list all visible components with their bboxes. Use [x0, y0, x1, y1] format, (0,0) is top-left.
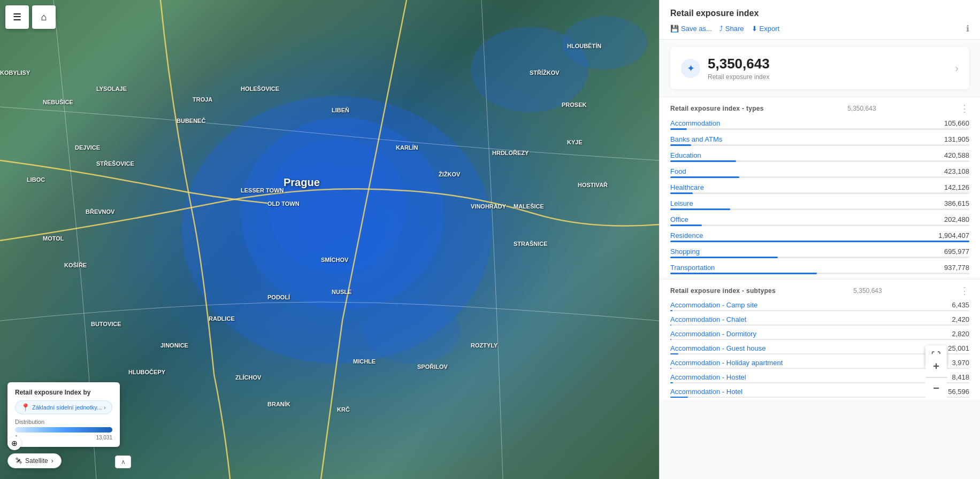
- type-value: 131,905: [944, 135, 969, 143]
- type-name: Leisure: [670, 199, 693, 207]
- subtype-bar: [670, 310, 672, 311]
- share-label: Share: [725, 25, 744, 33]
- type-value: 420,588: [944, 151, 969, 159]
- subtype-name: Accommodation - Hotel: [670, 388, 742, 396]
- type-bar: [670, 225, 702, 226]
- type-bar-bg: [670, 128, 969, 130]
- subtype-name: Accommodation - Guest house: [670, 344, 765, 352]
- type-bar-bg: [670, 176, 969, 178]
- save-icon: 💾: [670, 25, 679, 33]
- subtype-bar: [670, 382, 673, 383]
- metric-label: Retail exposure index: [708, 73, 770, 81]
- type-bar: [670, 144, 691, 146]
- subtype-item[interactable]: Accommodation - Chalet 2,420: [660, 313, 980, 328]
- subtype-bar-bg: [670, 382, 969, 383]
- type-item[interactable]: Banks and ATMs 131,905: [660, 133, 980, 149]
- type-bar: [670, 257, 778, 258]
- type-item[interactable]: Education 420,588: [660, 149, 980, 165]
- subtype-item[interactable]: Accommodation - Camp site 6,435: [660, 299, 980, 313]
- types-section: Retail exposure index - types 5,350,643 …: [660, 97, 980, 277]
- location-label: Základní sídelní jednotky...: [32, 404, 102, 411]
- share-button[interactable]: ⤴ Share: [719, 25, 744, 33]
- location-selector[interactable]: 📍 Základní sídelní jednotky... ›: [15, 400, 112, 414]
- type-name: Healthcare: [670, 183, 704, 191]
- satellite-button[interactable]: 🛰 Satellite ›: [7, 453, 62, 468]
- subtype-bar: [670, 353, 678, 354]
- zoom-out-button[interactable]: −: [925, 377, 947, 399]
- type-item[interactable]: Accommodation 105,660: [660, 117, 980, 133]
- subtypes-section-count: 5,350,643: [853, 287, 882, 295]
- legend-title: Retail exposure Index by: [15, 389, 112, 396]
- layer-selector: ⊕ 🛰 Satellite ›: [7, 436, 62, 468]
- subtype-bar-bg: [670, 325, 969, 326]
- satellite-icon: 🛰: [16, 457, 22, 465]
- type-bar-bg: [670, 273, 969, 274]
- subtype-bar-bg: [670, 310, 969, 311]
- metric-value: 5,350,643: [708, 56, 770, 72]
- subtype-value: 8,418: [952, 373, 969, 381]
- type-value: 695,977: [944, 248, 969, 256]
- export-button[interactable]: ⬇ Export: [752, 25, 780, 33]
- home-button[interactable]: ⌂: [32, 5, 56, 29]
- type-bar: [670, 273, 817, 274]
- type-item[interactable]: Office 202,480: [660, 213, 980, 229]
- subtype-name: Accommodation - Hostel: [670, 373, 746, 381]
- panel-title: Retail exposure index: [670, 9, 969, 18]
- subtype-bar-bg: [670, 397, 969, 398]
- subtype-bar-bg: [670, 353, 969, 354]
- subtype-name: Accommodation - Camp site: [670, 301, 757, 309]
- type-name: Banks and ATMs: [670, 135, 722, 143]
- subtype-value: 56,596: [948, 388, 969, 396]
- type-name: Accommodation: [670, 119, 720, 127]
- type-bar: [670, 208, 730, 210]
- type-bar: [670, 176, 739, 178]
- type-value: 386,615: [944, 199, 969, 207]
- subtype-bar: [670, 339, 671, 340]
- type-name: Residence: [670, 231, 703, 240]
- layer-stack-icon[interactable]: ⊕: [7, 436, 21, 450]
- info-button[interactable]: ℹ: [966, 24, 969, 34]
- type-bar-bg: [670, 241, 969, 242]
- type-bar: [670, 160, 736, 162]
- type-item[interactable]: Shopping 695,977: [660, 245, 980, 261]
- export-label: Export: [760, 25, 780, 33]
- subtype-value: 3,970: [952, 359, 969, 367]
- subtypes-section-title: Retail exposure index - subtypes: [670, 287, 776, 295]
- subtype-name: Accommodation - Holiday apartment: [670, 359, 783, 367]
- distribution-label: Distribution: [15, 419, 112, 425]
- type-name: Transportation: [670, 264, 715, 272]
- zoom-in-button[interactable]: +: [925, 356, 947, 377]
- type-bar-bg: [670, 225, 969, 226]
- types-section-header: Retail exposure index - types 5,350,643 …: [660, 97, 980, 117]
- type-name: Education: [670, 151, 701, 159]
- subtype-bar: [670, 325, 671, 326]
- layer-arrow: ›: [51, 457, 53, 465]
- types-menu-button[interactable]: ⋮: [960, 104, 969, 113]
- subtype-bar: [670, 397, 688, 398]
- right-panel: Retail exposure index 💾 Save as... ⤴ Sha…: [659, 0, 980, 479]
- collapse-button[interactable]: ∧: [115, 455, 131, 468]
- subtypes-menu-button[interactable]: ⋮: [960, 286, 969, 296]
- types-section-count: 5,350,643: [847, 105, 876, 112]
- save-as-button[interactable]: 💾 Save as...: [670, 25, 712, 33]
- type-value: 423,108: [944, 167, 969, 175]
- type-item[interactable]: Residence 1,904,407: [660, 229, 980, 245]
- metric-card: ✦ 5,350,643 Retail exposure index ›: [670, 47, 969, 89]
- type-item[interactable]: Healthcare 142,126: [660, 181, 980, 197]
- type-bar: [670, 128, 687, 130]
- subtype-bar-bg: [670, 339, 969, 340]
- type-item[interactable]: Food 423,108: [660, 165, 980, 181]
- type-bar-bg: [670, 144, 969, 146]
- subtype-item[interactable]: Accommodation - Dormitory 2,820: [660, 328, 980, 342]
- menu-button[interactable]: ☰: [5, 5, 29, 29]
- subtype-name: Accommodation - Chalet: [670, 315, 746, 323]
- metric-arrow[interactable]: ›: [955, 62, 959, 74]
- type-bar-bg: [670, 160, 969, 162]
- map-overlay-core: [267, 139, 407, 273]
- type-item[interactable]: Leisure 386,615: [660, 197, 980, 213]
- location-arrow: ›: [104, 404, 106, 411]
- subtype-value: 2,420: [952, 315, 969, 323]
- type-bar-bg: [670, 257, 969, 258]
- type-name: Food: [670, 167, 686, 175]
- type-item[interactable]: Transportation 937,778: [660, 261, 980, 277]
